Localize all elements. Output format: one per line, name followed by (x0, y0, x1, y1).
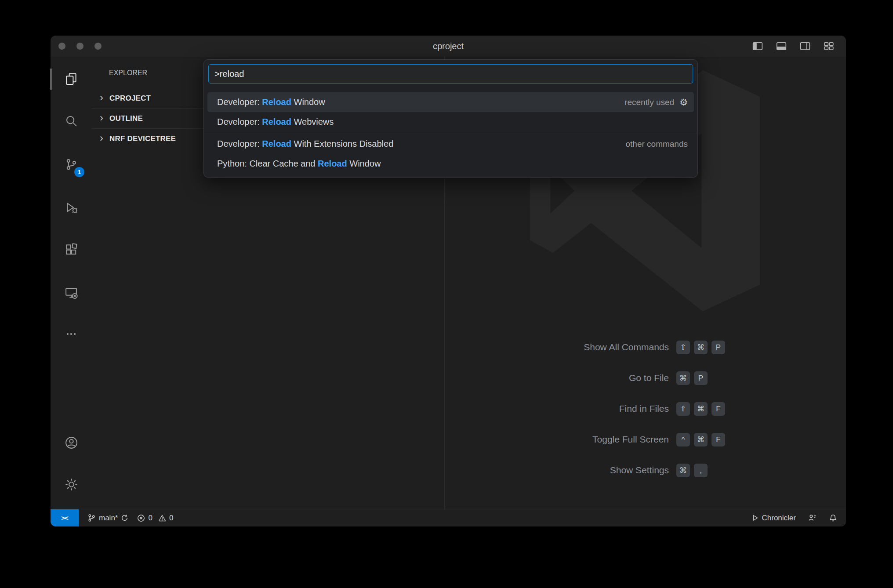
keycap: , (694, 464, 708, 477)
toggle-secondary-sidebar-icon[interactable] (799, 40, 811, 52)
command-palette-results: Developer: Reload Window recently used ⚙… (204, 92, 697, 174)
item-text: Developer: Reload Window (217, 97, 325, 107)
customize-layout-icon[interactable] (823, 40, 835, 52)
configure-keybinding-gear-icon[interactable]: ⚙ (679, 98, 688, 107)
error-count: 0 (148, 514, 152, 523)
chronicler-label: Chronicler (762, 514, 796, 523)
remote-indicator-button[interactable]: >< (51, 509, 79, 526)
chevron-right-icon: › (100, 113, 109, 123)
recently-used-label: recently used (624, 98, 674, 107)
shortcut-row: Show Settings ⌘ , (519, 463, 725, 477)
keycap: ⌘ (694, 402, 708, 416)
run-debug-view-button[interactable] (61, 197, 82, 218)
shortcut-row: Go to File ⌘ P (519, 371, 725, 385)
active-view-indicator (51, 69, 51, 90)
account-icon (65, 436, 78, 450)
chevron-right-icon: › (100, 133, 109, 143)
window-title: cproject (51, 36, 846, 57)
shortcut-label: Toggle Full Screen (519, 434, 669, 445)
title-bar: cproject (51, 36, 846, 57)
branch-name: main* (99, 514, 118, 523)
remote-indicator-icon: >< (61, 514, 68, 522)
error-icon (137, 514, 145, 522)
keycap: F (711, 433, 725, 446)
branch-status-item[interactable]: main* (87, 514, 128, 523)
keycap: F (711, 402, 725, 416)
item-text: Python: Clear Cache and Reload Window (217, 159, 381, 169)
shortcut-row: Find in Files ⇧ ⌘ F (519, 402, 725, 416)
command-palette-input[interactable] (208, 64, 693, 83)
command-palette: Developer: Reload Window recently used ⚙… (203, 59, 698, 178)
problems-status-item[interactable]: 0 0 (137, 514, 173, 523)
gear-icon (65, 478, 78, 491)
palette-item-reload-window[interactable]: Developer: Reload Window recently used ⚙ (207, 92, 694, 112)
extensions-icon (65, 243, 78, 256)
shortcut-label: Go to File (519, 373, 669, 383)
source-control-view-button[interactable]: 1 (61, 154, 82, 175)
keycap: P (711, 341, 725, 354)
notifications-status-item[interactable] (829, 514, 837, 522)
sync-icon (121, 514, 128, 522)
other-commands-label: other commands (625, 139, 688, 149)
status-bar: >< main* 0 (51, 509, 846, 526)
toggle-panel-icon[interactable] (776, 40, 787, 52)
palette-separator (204, 133, 697, 133)
activity-bar: 1 (51, 57, 92, 509)
chevron-right-icon: › (100, 92, 109, 103)
feedback-status-item[interactable] (808, 514, 817, 522)
search-view-button[interactable] (61, 110, 82, 131)
warning-icon (158, 514, 166, 522)
item-text: Developer: Reload With Extensions Disabl… (217, 139, 393, 149)
keycap: ⇧ (676, 341, 690, 354)
files-icon (65, 73, 78, 86)
explorer-view-button[interactable] (61, 69, 82, 90)
settings-button[interactable] (61, 474, 82, 495)
bell-icon (829, 514, 837, 522)
keycap: ^ (676, 433, 690, 446)
keycap: ⌘ (676, 464, 690, 477)
item-text: Developer: Reload Webviews (217, 117, 334, 127)
search-icon (65, 114, 78, 127)
remote-explorer-icon (65, 286, 78, 299)
run-debug-icon (65, 201, 78, 214)
keycap: ⇧ (676, 402, 690, 416)
extensions-view-button[interactable] (61, 239, 82, 260)
palette-item-reload-webviews[interactable]: Developer: Reload Webviews (207, 112, 694, 132)
shortcut-row: Toggle Full Screen ^ ⌘ F (519, 432, 725, 446)
keycap: ⌘ (694, 433, 708, 446)
palette-item-reload-extensions-disabled[interactable]: Developer: Reload With Extensions Disabl… (207, 134, 694, 154)
accounts-button[interactable] (61, 432, 82, 453)
remote-explorer-view-button[interactable] (61, 282, 82, 303)
source-control-badge: 1 (74, 167, 84, 177)
ellipsis-icon (65, 327, 78, 341)
vscode-window: cproject (51, 36, 846, 526)
keycap: ⌘ (676, 371, 690, 385)
warning-count: 0 (169, 514, 173, 523)
section-label: NRF DEVICETREE (109, 134, 176, 143)
section-label: CPROJECT (109, 94, 151, 103)
chronicler-status-item[interactable]: Chronicler (751, 514, 796, 523)
toggle-primary-sidebar-icon[interactable] (752, 40, 763, 52)
keycap: P (694, 371, 708, 385)
shortcut-label: Show Settings (519, 465, 669, 475)
palette-item-python-clear-cache-reload[interactable]: Python: Clear Cache and Reload Window (207, 154, 694, 174)
shortcut-row: Show All Commands ⇧ ⌘ P (519, 340, 725, 354)
feedback-person-icon (808, 514, 817, 522)
play-icon (751, 514, 759, 522)
additional-views-button[interactable] (61, 323, 82, 345)
section-label: OUTLINE (109, 114, 143, 123)
shortcut-label: Show All Commands (519, 342, 669, 352)
sidebar-title: EXPLORER (109, 69, 147, 77)
shortcut-label: Find in Files (519, 403, 669, 414)
keycap: ⌘ (694, 341, 708, 354)
git-branch-icon (87, 514, 96, 522)
keyboard-shortcut-hints: Show All Commands ⇧ ⌘ P Go to File ⌘ P F (519, 340, 725, 494)
